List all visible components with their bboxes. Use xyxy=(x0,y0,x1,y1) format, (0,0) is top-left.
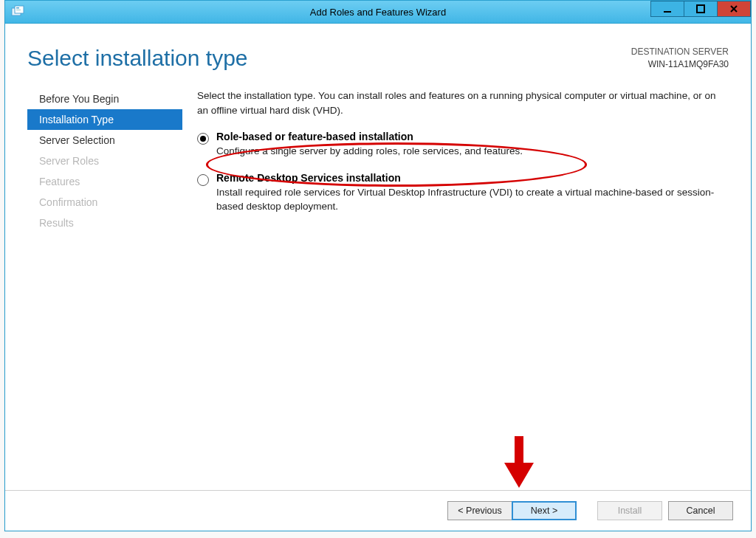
button-bar: < Previous Next > Install Cancel xyxy=(5,490,751,531)
intro-text: Select the installation type. You can in… xyxy=(197,89,729,117)
maximize-button[interactable] xyxy=(684,1,718,17)
svg-rect-4 xyxy=(664,11,671,13)
page-title: Select installation type xyxy=(27,46,248,71)
header: Select installation type DESTINATION SER… xyxy=(5,24,751,89)
option-remote-desktop[interactable]: Remote Desktop Services installation Ins… xyxy=(197,172,729,214)
option-title: Remote Desktop Services installation xyxy=(216,172,729,184)
option-desc: Install required role services for Virtu… xyxy=(216,185,729,214)
window-title: Add Roles and Features Wizard xyxy=(5,7,751,18)
minimize-button[interactable] xyxy=(650,1,684,17)
svg-rect-5 xyxy=(697,5,704,13)
previous-button[interactable]: < Previous xyxy=(447,501,512,520)
radio-remote-desktop[interactable] xyxy=(197,174,209,186)
window-controls xyxy=(651,1,751,17)
next-button[interactable]: Next > xyxy=(512,501,577,520)
wizard-window: Add Roles and Features Wizard Select ins… xyxy=(4,0,752,531)
nav-button-group: < Previous Next > xyxy=(447,501,577,520)
option-body: Role-based or feature-based installation… xyxy=(216,131,729,159)
step-features: Features xyxy=(27,171,182,192)
install-button: Install xyxy=(597,501,662,520)
wizard-steps-sidebar: Before You Begin Installation Type Serve… xyxy=(27,89,182,233)
titlebar[interactable]: Add Roles and Features Wizard xyxy=(5,1,751,24)
option-desc: Configure a single server by adding role… xyxy=(216,144,729,159)
main-pane: Select the installation type. You can in… xyxy=(182,89,751,233)
destination-server-block: DESTINATION SERVER WIN-11A1MQ9FA30 xyxy=(631,46,729,71)
step-server-roles: Server Roles xyxy=(27,151,182,171)
step-confirmation: Confirmation xyxy=(27,192,182,213)
body: Before You Begin Installation Type Serve… xyxy=(5,89,751,233)
step-server-selection[interactable]: Server Selection xyxy=(27,130,182,151)
annotation-arrow-icon xyxy=(501,436,537,489)
app-icon xyxy=(11,5,24,18)
step-before-you-begin[interactable]: Before You Begin xyxy=(27,89,182,109)
radio-role-based[interactable] xyxy=(197,133,209,145)
option-body: Remote Desktop Services installation Ins… xyxy=(216,172,729,214)
svg-rect-3 xyxy=(16,10,21,10)
svg-rect-2 xyxy=(16,7,19,9)
destination-label: DESTINATION SERVER xyxy=(631,46,729,58)
option-title: Role-based or feature-based installation xyxy=(216,131,729,142)
close-button[interactable] xyxy=(717,1,751,17)
step-installation-type[interactable]: Installation Type xyxy=(27,109,182,130)
destination-name: WIN-11A1MQ9FA30 xyxy=(631,58,729,71)
option-role-based[interactable]: Role-based or feature-based installation… xyxy=(197,131,729,159)
cancel-button[interactable]: Cancel xyxy=(668,501,733,520)
step-results: Results xyxy=(27,213,182,233)
